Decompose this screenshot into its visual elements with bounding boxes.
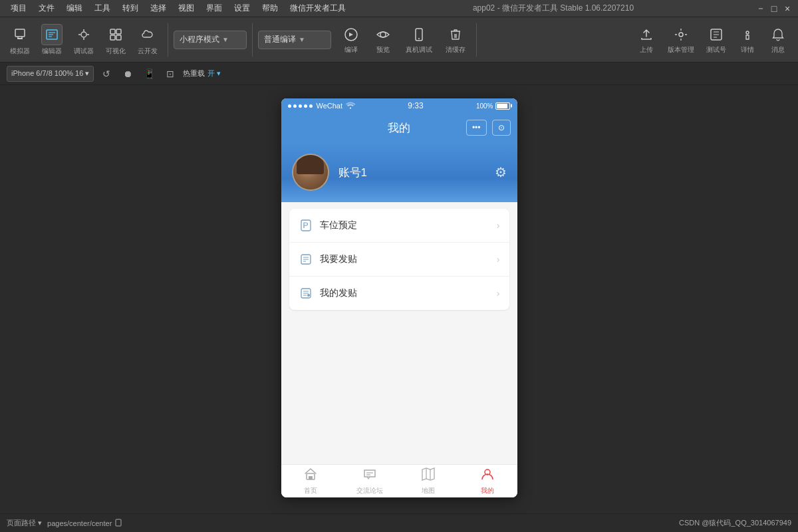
clearcache-button[interactable]: 清缓存 xyxy=(440,23,471,57)
svg-point-18 xyxy=(380,32,386,37)
toolbar-cloud-group: 云开发 xyxy=(133,24,162,56)
notify-label: 消息 xyxy=(771,45,785,55)
menu-view[interactable]: 视图 xyxy=(173,1,200,15)
svg-point-20 xyxy=(418,38,420,39)
toolbar-right-group: 上传 版本管理 测试号 xyxy=(632,23,793,57)
test-button[interactable]: 测试号 xyxy=(701,23,732,57)
header-record-button[interactable]: ⊙ xyxy=(492,120,511,136)
menu-wechat-devtools[interactable]: 微信开发者工具 xyxy=(285,1,351,15)
signal-dot-4 xyxy=(304,104,307,108)
menu-item-myposts[interactable]: 我的发贴 › xyxy=(289,277,509,310)
preview-label: 预览 xyxy=(376,45,390,55)
map-icon xyxy=(421,467,436,485)
phone-button[interactable]: 📱 xyxy=(140,65,158,82)
minimize-button[interactable]: － xyxy=(755,3,766,14)
menu-goto[interactable]: 转到 xyxy=(117,1,144,15)
version-icon xyxy=(672,25,690,44)
avatar[interactable] xyxy=(292,154,329,191)
tab-home-label: 首页 xyxy=(304,486,317,495)
hot-reload-toggle[interactable]: 开 ▾ xyxy=(207,68,221,78)
tab-forum-label: 交流论坛 xyxy=(356,486,383,495)
device-selector[interactable]: iPhone 6/7/8 100% 16 ▾ xyxy=(7,66,94,82)
header-dots-button[interactable]: ••• xyxy=(466,120,487,136)
status-time: 9:33 xyxy=(408,101,423,110)
tab-forum[interactable]: 交流论坛 xyxy=(340,467,399,495)
detail-button[interactable]: 详情 xyxy=(733,23,762,57)
settings-icon[interactable]: ⚙ xyxy=(495,164,507,180)
svg-rect-13 xyxy=(110,29,115,34)
menu-edit[interactable]: 编辑 xyxy=(61,1,88,15)
editor-icon[interactable] xyxy=(41,24,63,45)
expand-button[interactable]: ⊡ xyxy=(162,65,179,82)
hot-reload-group: 热重载 开 ▾ xyxy=(183,68,221,78)
battery-fill xyxy=(497,104,507,108)
menu-settings[interactable]: 设置 xyxy=(229,1,255,15)
window-title: app02 - 微信开发者工具 Stable 1.06.2207210 xyxy=(352,3,754,14)
mode-dropdown[interactable]: 小程序模式 ▼ xyxy=(174,31,247,49)
preview-button[interactable]: 预览 xyxy=(368,23,398,57)
post-text: 我要发贴 xyxy=(320,253,490,265)
mine-icon xyxy=(480,467,495,485)
maximize-button[interactable]: □ xyxy=(769,3,779,14)
menu-interface[interactable]: 界面 xyxy=(201,1,227,15)
cloud-icon[interactable] xyxy=(137,24,158,45)
realmachine-icon xyxy=(410,25,428,44)
device-value: iPhone 6/7/8 100% 16 ▾ xyxy=(11,69,89,78)
parking-arrow: › xyxy=(497,220,500,231)
menu-project[interactable]: 项目 xyxy=(5,1,32,15)
notify-icon xyxy=(769,25,787,44)
path-label[interactable]: 页面路径 ▾ xyxy=(7,518,42,528)
parking-text: 车位预定 xyxy=(320,219,490,231)
signal-dot-3 xyxy=(299,104,302,108)
toolbar: 模拟器 编辑器 调试器 xyxy=(0,17,798,63)
compile-button[interactable]: 编译 xyxy=(336,23,366,57)
mode-dropdown-value: 小程序模式 xyxy=(180,34,219,45)
detail-icon xyxy=(738,25,757,44)
menu-card: 车位预定 › 我要发贴 › xyxy=(289,209,509,310)
phone-header-title: 我的 xyxy=(388,120,410,136)
version-button[interactable]: 版本管理 xyxy=(662,23,700,57)
compile-dropdown[interactable]: 普通编译 ▼ xyxy=(258,31,331,49)
svg-point-21 xyxy=(679,33,683,37)
signal-dots: WeChat xyxy=(288,102,356,110)
toolbar-simulator-group: 模拟器 xyxy=(5,24,35,56)
menu-help[interactable]: 帮助 xyxy=(257,1,283,15)
compile-icon xyxy=(342,25,360,44)
menu-item-post[interactable]: 我要发贴 › xyxy=(289,243,509,277)
menu-file[interactable]: 文件 xyxy=(33,1,60,15)
editor-label: 编辑器 xyxy=(42,47,62,56)
visual-icon[interactable] xyxy=(105,24,126,45)
bottom-bar: 页面路径 ▾ pages/center/center CSDN @猿代码_QQ_… xyxy=(0,513,798,532)
notify-button[interactable]: 消息 xyxy=(763,23,793,57)
menu-item-parking[interactable]: 车位预定 › xyxy=(289,209,509,243)
toolbar-visual-group: 可视化 xyxy=(101,24,130,56)
toolbar-sep-3 xyxy=(476,23,477,57)
simulator-icon[interactable] xyxy=(9,24,31,45)
bottom-path: 页面路径 ▾ pages/center/center xyxy=(7,518,122,528)
home-icon xyxy=(303,467,318,485)
header-record-icon: ⊙ xyxy=(498,123,505,132)
record-button[interactable]: ⏺ xyxy=(119,65,136,82)
phone-status-bar: WeChat 9:33 100% xyxy=(281,98,517,113)
phone-header: 我的 ••• ⊙ xyxy=(281,113,517,142)
preview-icon xyxy=(374,25,392,44)
tab-mine[interactable]: 我的 xyxy=(458,467,517,495)
svg-rect-0 xyxy=(15,29,25,37)
tab-home[interactable]: 首页 xyxy=(281,467,340,495)
toolbar-debugger-group: 调试器 xyxy=(69,24,98,56)
battery-icon xyxy=(495,102,510,110)
signal-dot-1 xyxy=(288,104,291,108)
refresh-button[interactable]: ↺ xyxy=(98,65,115,82)
post-arrow: › xyxy=(497,254,500,265)
close-button[interactable]: × xyxy=(782,3,793,14)
menu-select[interactable]: 选择 xyxy=(145,1,172,15)
menu-tools[interactable]: 工具 xyxy=(89,1,116,15)
secondary-toolbar: iPhone 6/7/8 100% 16 ▾ ↺ ⏺ 📱 ⊡ 热重载 开 ▾ xyxy=(0,63,798,85)
debugger-icon[interactable] xyxy=(73,24,94,45)
myposts-arrow: › xyxy=(497,288,500,299)
upload-button[interactable]: 上传 xyxy=(632,23,661,57)
realmachine-button[interactable]: 真机调试 xyxy=(400,23,438,57)
compile-label: 编译 xyxy=(344,45,358,55)
menu-bar: 项目 文件 编辑 工具 转到 选择 视图 界面 设置 帮助 微信开发者工具 ap… xyxy=(0,0,798,17)
tab-map[interactable]: 地图 xyxy=(399,467,458,495)
